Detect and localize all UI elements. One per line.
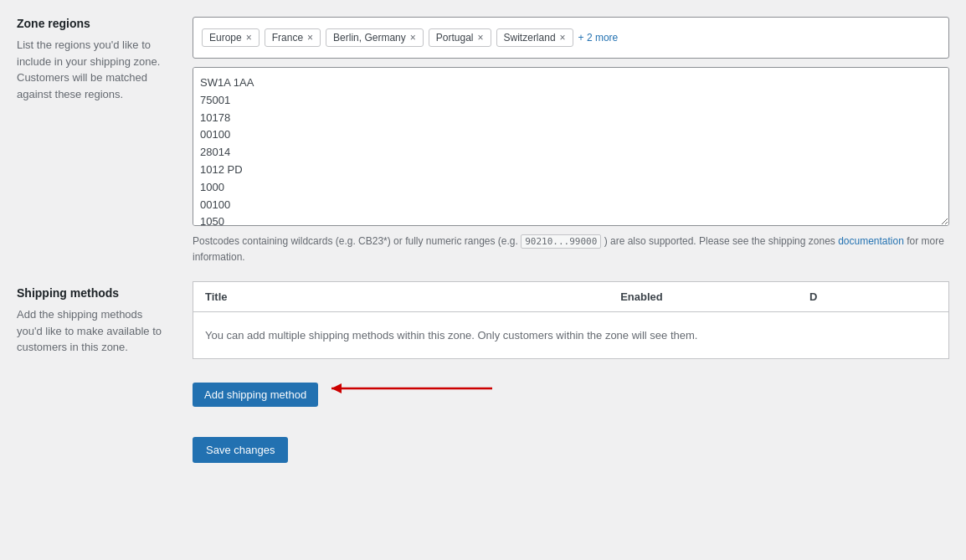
tag-france[interactable]: France × — [265, 28, 321, 47]
zone-regions-sidebar: Zone regions List the regions you'd like… — [17, 17, 167, 102]
postcode-hint: Postcodes containing wildcards (e.g. CB2… — [193, 234, 949, 265]
shipping-methods-section: Title Enabled D You can add multiple shi… — [193, 281, 949, 463]
tag-switzerland-remove[interactable]: × — [560, 33, 566, 43]
zone-regions-title: Zone regions — [17, 17, 167, 30]
col-d-header: D — [798, 281, 949, 311]
tag-france-remove[interactable]: × — [307, 33, 313, 43]
svg-marker-1 — [331, 383, 342, 393]
tag-europe[interactable]: Europe × — [202, 28, 259, 47]
main-content: Europe × France × Berlin, Germany × Port… — [184, 17, 966, 535]
tag-switzerland-label: Switzerland — [504, 32, 556, 44]
col-title-header: Title — [193, 281, 609, 311]
tag-portugal[interactable]: Portugal × — [429, 28, 491, 47]
red-arrow-icon — [325, 380, 509, 397]
shipping-methods-sidebar: Shipping methods Add the shipping method… — [17, 286, 167, 356]
tag-portugal-remove[interactable]: × — [478, 33, 484, 43]
zone-regions-description: List the regions you'd like to include i… — [17, 37, 167, 102]
tag-europe-label: Europe — [209, 32, 242, 44]
tag-berlin-germany[interactable]: Berlin, Germany × — [326, 28, 424, 47]
col-enabled-header: Enabled — [609, 281, 798, 311]
documentation-link[interactable]: documentation — [838, 235, 904, 247]
table-empty-row: You can add multiple shipping methods wi… — [193, 311, 949, 358]
tag-berlin-germany-remove[interactable]: × — [410, 33, 416, 43]
hint-text-2: ) are also supported. Please see the shi… — [604, 235, 839, 247]
save-changes-button[interactable]: Save changes — [193, 437, 288, 463]
tag-portugal-label: Portugal — [436, 32, 474, 44]
empty-message: You can add multiple shipping methods wi… — [193, 311, 949, 358]
tag-europe-remove[interactable]: × — [246, 33, 252, 43]
shipping-methods-table: Title Enabled D You can add multiple shi… — [193, 281, 949, 359]
sidebar: Zone regions List the regions you'd like… — [0, 17, 184, 535]
red-arrow-indicator — [325, 380, 509, 397]
hint-text-1: Postcodes containing wildcards (e.g. CB2… — [193, 235, 521, 247]
region-tags-box: Europe × France × Berlin, Germany × Port… — [193, 17, 949, 59]
hint-code: 90210...99000 — [521, 234, 601, 249]
tag-more-link[interactable]: + 2 more — [578, 32, 619, 44]
add-shipping-method-button[interactable]: Add shipping method — [193, 383, 318, 407]
tag-switzerland[interactable]: Switzerland × — [496, 28, 573, 47]
shipping-methods-description: Add the shipping methods you'd like to m… — [17, 306, 167, 356]
tag-france-label: France — [272, 32, 303, 44]
postcodes-textarea[interactable]: SW1A 1AA 75001 10178 00100 28014 1012 PD… — [193, 67, 949, 226]
tag-berlin-germany-label: Berlin, Germany — [333, 32, 406, 44]
table-header-row: Title Enabled D — [193, 281, 949, 311]
shipping-methods-title: Shipping methods — [17, 286, 167, 300]
